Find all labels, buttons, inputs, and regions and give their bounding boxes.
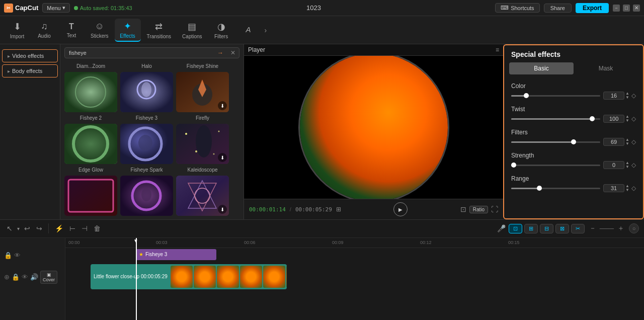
- download-icon-kaleidoscope[interactable]: ⬇: [218, 205, 227, 214]
- filters-value-input[interactable]: [603, 138, 624, 146]
- strength-keyframe[interactable]: ◇: [631, 162, 636, 169]
- zoom-to-fit-icon[interactable]: ⊡: [460, 205, 466, 213]
- twist-slider[interactable]: [511, 118, 600, 120]
- split-button[interactable]: ⚡: [53, 223, 65, 234]
- video-audio-icon[interactable]: 🔊: [30, 273, 38, 281]
- filters-slider[interactable]: [511, 141, 600, 143]
- filters-row: Filters ▲ ▼ ◇: [511, 129, 636, 146]
- share-button[interactable]: Share: [544, 4, 572, 13]
- range-decrement[interactable]: ▼: [625, 188, 629, 192]
- filters-keyframe[interactable]: ◇: [631, 138, 636, 145]
- app-name: CapCut: [15, 4, 38, 12]
- effect-item-kaleidoscope[interactable]: ⬇: [176, 176, 229, 216]
- undo-button[interactable]: ↩: [23, 223, 32, 234]
- download-icon-firefly[interactable]: ⬇: [218, 153, 227, 162]
- video-effects-item[interactable]: ▸ Video effects: [2, 49, 58, 62]
- range-slider[interactable]: [511, 188, 600, 189]
- video-track-block[interactable]: Little flower close-up 00:00:05:29: [91, 264, 287, 289]
- redo-button[interactable]: ↪: [35, 223, 44, 234]
- color-keyframe[interactable]: ◇: [631, 92, 636, 99]
- video-lock-icon[interactable]: 🔒: [12, 273, 20, 281]
- mode-merge-button[interactable]: ⊠: [555, 224, 569, 233]
- twist-keyframe[interactable]: ◇: [631, 115, 636, 122]
- play-button[interactable]: ▶: [393, 202, 408, 216]
- filters-decrement[interactable]: ▼: [625, 142, 629, 146]
- player-menu-icon[interactable]: ≡: [496, 46, 499, 53]
- video-visible-icon[interactable]: 👁: [22, 273, 28, 281]
- fullscreen-icon[interactable]: ⛶: [491, 205, 498, 213]
- shortcuts-button[interactable]: ⌨ Shortcuts: [495, 3, 539, 13]
- delete-button[interactable]: 🗑: [92, 223, 102, 234]
- toolbar-captions[interactable]: ▤ Captions: [177, 19, 207, 41]
- effect-item-fisheyespark[interactable]: [120, 176, 173, 216]
- color-value-input[interactable]: [603, 92, 624, 100]
- toolbar-stickers[interactable]: ☺ Stickers: [86, 19, 114, 41]
- range-value-input[interactable]: [603, 184, 624, 192]
- select-tool-arrow[interactable]: ▾: [17, 226, 20, 231]
- toolbar-effects[interactable]: ✦ Effects: [115, 19, 141, 42]
- effect-item-halo[interactable]: [120, 72, 173, 112]
- effect-lock-icon[interactable]: 🔒: [4, 252, 12, 259]
- effect-item-diamzoom[interactable]: [64, 72, 117, 112]
- body-effects-item[interactable]: ▸ Body effects: [2, 64, 58, 77]
- toolbar-import[interactable]: ⬇ Import: [4, 19, 30, 41]
- mode-clip-button[interactable]: ⊡: [509, 224, 522, 233]
- effect-item-fisheye2[interactable]: [64, 124, 117, 164]
- mode-crop-button[interactable]: ✂: [571, 224, 585, 233]
- strength-slider[interactable]: [511, 165, 600, 166]
- effect-item-firefly[interactable]: ⬇: [176, 124, 229, 164]
- fit-timeline-button[interactable]: ○: [629, 223, 639, 233]
- ratio-button[interactable]: Ratio: [469, 206, 488, 213]
- color-slider[interactable]: [511, 95, 600, 97]
- trim-button[interactable]: ⊢: [68, 223, 77, 234]
- timeline-ruler: 00:00 00:03 00:06 00:09 00:12 00:15: [65, 238, 644, 248]
- cover-button[interactable]: ▣ Cover: [40, 271, 57, 284]
- toolbar-more[interactable]: A: [235, 23, 262, 37]
- twist-decrement[interactable]: ▼: [625, 119, 629, 123]
- effect-track-block[interactable]: ★ Fisheye 3: [136, 249, 216, 260]
- twist-value-input[interactable]: [603, 115, 624, 123]
- close-button[interactable]: ✕: [633, 5, 640, 12]
- minimize-button[interactable]: －: [613, 5, 620, 12]
- toolbar-expand-arrow[interactable]: ›: [265, 26, 267, 34]
- effect-visible-icon[interactable]: 👁: [14, 252, 21, 259]
- mode-link-button[interactable]: ⊞: [524, 224, 538, 233]
- toolbar-transitions[interactable]: ⇄ Transitions: [142, 19, 177, 41]
- effect-name-fisheyeshine: Fisheye Shine: [176, 63, 229, 69]
- twist-row: Twist ▲ ▼ ◇: [511, 106, 636, 123]
- effect-item-fisheyeshine[interactable]: ⬇: [176, 72, 229, 112]
- effect-item-fisheye3[interactable]: [120, 124, 173, 164]
- svg-point-4: [141, 82, 151, 97]
- download-icon-fisheyeshine[interactable]: ⬇: [218, 101, 227, 110]
- tab-mask[interactable]: Mask: [574, 62, 638, 74]
- twist-label: Twist: [511, 106, 636, 113]
- toolbar-audio[interactable]: ♫ Audio: [31, 19, 57, 41]
- player-title: Player: [248, 46, 265, 53]
- timeline-cursor[interactable]: ▼: [136, 238, 137, 320]
- zoom-slider[interactable]: ────: [600, 226, 614, 231]
- effects-row-labels-3: Edge Glow Fisheye Spark Kaleidoscope: [64, 167, 239, 173]
- color-decrement[interactable]: ▼: [625, 96, 629, 100]
- toolbar-text[interactable]: T Text: [58, 20, 85, 40]
- strength-value-input[interactable]: [603, 161, 624, 169]
- range-keyframe[interactable]: ◇: [631, 185, 636, 192]
- timeline-toolbar: ↖ ▾ ↩ ↪ ⚡ ⊢ ⊣ 🗑 🎤 ⊡ ⊞ ⊟ ⊠ ✂ － ──── ＋ ○: [0, 220, 644, 238]
- mode-split-button[interactable]: ⊟: [540, 224, 553, 233]
- toolbar-filters[interactable]: ◑ Filters: [208, 19, 234, 41]
- menu-button[interactable]: Menu ▾: [42, 3, 70, 13]
- export-button[interactable]: Export: [576, 3, 609, 13]
- search-input[interactable]: [64, 47, 239, 58]
- select-tool-button[interactable]: ↖: [5, 223, 14, 234]
- zoom-in-button[interactable]: ＋: [616, 222, 626, 234]
- mic-button[interactable]: 🎤: [497, 224, 506, 232]
- effect-item-edgeglow[interactable]: [64, 176, 117, 216]
- trim-right-button[interactable]: ⊣: [80, 223, 89, 234]
- zoom-out-button[interactable]: －: [588, 222, 598, 234]
- tab-basic[interactable]: Basic: [509, 62, 574, 74]
- timeline-grid-icon[interactable]: ⊞: [336, 206, 341, 213]
- video-add-icon[interactable]: ⊕: [4, 273, 10, 281]
- video-frame-2: [194, 266, 216, 288]
- search-clear-button[interactable]: ✕: [230, 49, 235, 56]
- maximize-button[interactable]: □: [623, 5, 630, 12]
- strength-decrement[interactable]: ▼: [625, 165, 629, 169]
